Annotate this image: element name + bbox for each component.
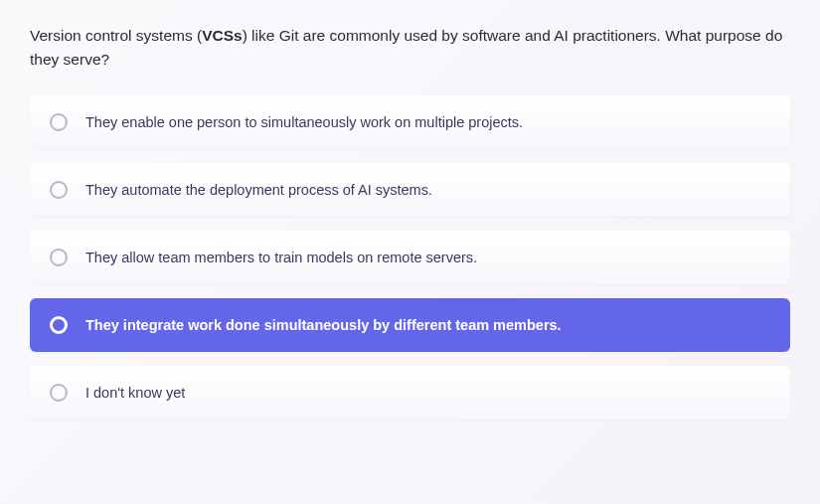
option-label: They allow team members to train models … [85,250,477,265]
option-1[interactable]: They enable one person to simultaneously… [30,95,790,149]
option-label: I don't know yet [85,385,185,401]
radio-icon [50,249,68,266]
option-5[interactable]: I don't know yet [30,366,790,420]
option-3[interactable]: They allow team members to train models … [30,231,790,284]
option-2[interactable]: They automate the deployment process of … [30,163,790,217]
radio-icon [50,113,68,131]
option-label: They integrate work done simultaneously … [85,317,562,333]
question-text: Version control systems (VCSs) like Git … [30,24,790,72]
option-label: They enable one person to simultaneously… [85,114,523,130]
question-bold: VCSs [202,27,243,44]
radio-icon [50,181,68,199]
radio-icon [50,384,68,402]
radio-icon [50,316,68,334]
question-prefix: Version control systems ( [30,27,202,44]
option-4[interactable]: They integrate work done simultaneously … [30,298,790,352]
option-label: They automate the deployment process of … [85,182,432,198]
options-container: They enable one person to simultaneously… [30,95,790,420]
